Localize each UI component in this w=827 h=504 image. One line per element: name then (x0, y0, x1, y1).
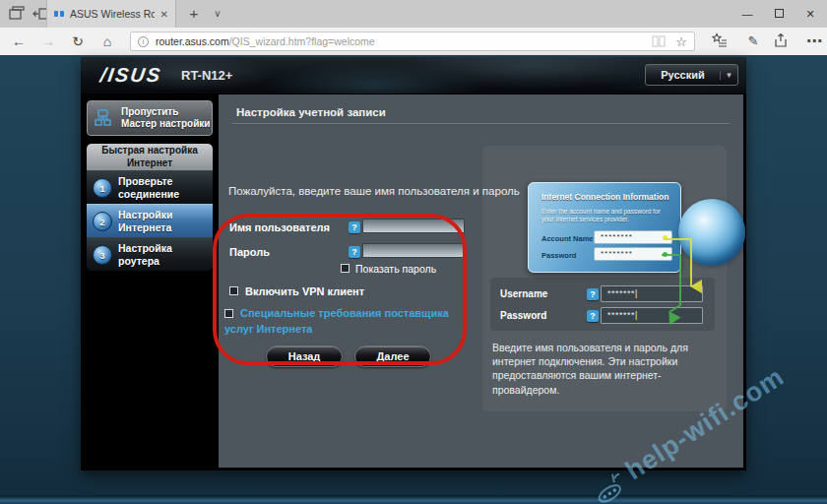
site-info-icon[interactable]: i (138, 36, 149, 47)
card-account-label: Account Name (541, 234, 594, 243)
sidebar-item-internet-settings[interactable]: 2 Настройки Интернета (87, 204, 213, 237)
card-account-field: ******** (594, 230, 672, 244)
router-header: /ISUS RT-N12+ Русский ▼ (81, 57, 746, 94)
url-domain: router.asus.com (156, 35, 229, 47)
panel-description: Введите имя пользователя и пароль для ин… (492, 341, 721, 397)
tab-close-icon[interactable]: ✕ (160, 9, 168, 20)
vpn-client-checkbox[interactable] (229, 286, 238, 295)
menu-title: Быстрая настройка Интернет (87, 144, 213, 170)
language-label: Русский (646, 69, 720, 81)
special-requirements-row: Специальные требования поставщика услуг … (224, 306, 473, 338)
show-password-checkbox[interactable] (341, 264, 350, 273)
sidebar: Пропустить Мастер настройки Быстрая наст… (81, 94, 219, 471)
network-icon (94, 108, 115, 128)
new-tab-button[interactable]: + (183, 2, 205, 26)
page-background: /ISUS RT-N12+ Русский ▼ Пропустить Масте… (0, 55, 827, 504)
special-requirements-label[interactable]: Специальные требования поставщика услуг … (224, 307, 449, 335)
window-close-button[interactable]: ✕ (795, 0, 825, 28)
web-note-pen-icon[interactable]: ✎ (741, 32, 765, 51)
back-button[interactable]: ← (8, 32, 30, 51)
special-requirements-checkbox[interactable] (224, 309, 233, 318)
next-step-button[interactable]: Далее (354, 346, 431, 367)
panel-username-field: *******| (601, 285, 703, 302)
yellow-marker-dot (663, 235, 668, 240)
username-help-icon[interactable]: ? (349, 221, 360, 233)
username-input[interactable] (362, 219, 465, 233)
share-icon[interactable] (772, 32, 795, 51)
step-1-icon: 1 (93, 178, 112, 198)
window-maximize-button[interactable] (764, 0, 794, 28)
tab-preview-icon[interactable] (8, 5, 26, 23)
router-model: RT-N12+ (181, 68, 232, 83)
quick-setup-menu: Быстрая настройка Интернет 1 Проверьте с… (87, 144, 213, 271)
step-2-icon: 2 (93, 212, 112, 231)
sidebar-item-router-setup[interactable]: 3 Настройка роутера (87, 237, 213, 271)
language-selector[interactable]: Русский ▼ (645, 64, 738, 86)
title-divider (232, 123, 730, 125)
isp-info-card: Internet Connection Information Enter th… (528, 182, 681, 273)
card-subtitle: Enter the account name and password for … (541, 208, 666, 224)
password-input[interactable] (362, 243, 465, 258)
intro-text: Пожалуйста, введите ваше имя пользовател… (228, 185, 520, 197)
panel-password-field: *******| (601, 307, 703, 324)
address-bar[interactable]: i router.asus.com /QIS_wizard.htm?flag=w… (130, 32, 695, 51)
green-marker-dot (663, 252, 668, 257)
refresh-button[interactable]: ↻ (67, 32, 89, 51)
browser-titlebar: ASUS Wireless Router R ✕ + ∨ — ✕ (0, 0, 827, 28)
back-step-button[interactable]: Назад (266, 346, 343, 367)
forward-button[interactable]: → (37, 32, 59, 51)
favorite-star-icon[interactable]: ☆ (675, 34, 687, 49)
hub-favorites-icon[interactable] (711, 32, 734, 51)
card-password-field: ******** (594, 247, 672, 261)
bottom-edge-strip (0, 495, 827, 504)
page-title: Настройка учетной записи (236, 106, 386, 118)
globe-icon (678, 199, 745, 266)
tab-list-chevron-icon[interactable]: ∨ (209, 2, 226, 26)
browser-tab[interactable]: ASUS Wireless Router R ✕ (46, 0, 176, 28)
browser-toolbar: ← → ↻ ⌂ i router.asus.com /QIS_wizard.ht… (0, 28, 827, 55)
settings-more-icon[interactable]: ⋯ (802, 32, 826, 51)
skip-wizard-line2: Мастер настройки (121, 118, 211, 129)
window-minimize-button[interactable]: — (732, 0, 762, 28)
instruction-panel: Internet Connection Information Enter th… (482, 146, 727, 411)
panel-password-help-icon[interactable]: ? (587, 310, 599, 322)
url-path: /QIS_wizard.htm?flag=welcome (229, 35, 375, 47)
main-content: Настройка учетной записи Пожалуйста, вве… (219, 94, 743, 468)
card-title: Internet Connection Information (541, 192, 671, 202)
home-button[interactable]: ⌂ (96, 32, 118, 51)
router-setup-panel: /ISUS RT-N12+ Русский ▼ Пропустить Масте… (81, 57, 746, 471)
asus-logo: /ISUS (98, 64, 162, 87)
skip-wizard-button[interactable]: Пропустить Мастер настройки (87, 100, 213, 136)
password-label: Пароль (229, 246, 270, 258)
reading-view-icon[interactable] (652, 35, 666, 47)
username-label: Имя пользователя (229, 221, 330, 233)
vpn-client-label: Включить VPN клиент (245, 285, 364, 297)
chevron-down-icon: ▼ (720, 71, 737, 80)
tab-favicon-icon (54, 11, 64, 18)
panel-password-label: Password (500, 310, 546, 321)
tab-title: ASUS Wireless Router R (70, 8, 155, 20)
sidebar-item-check-connection[interactable]: 1 Проверьте соединение (87, 170, 213, 204)
password-help-icon[interactable]: ? (349, 246, 360, 258)
panel-username-label: Username (500, 288, 547, 299)
card-password-label: Password (541, 251, 576, 260)
skip-wizard-line1: Пропустить (121, 106, 178, 117)
step-3-icon: 3 (93, 245, 112, 265)
panel-username-help-icon[interactable]: ? (587, 288, 599, 300)
show-password-label: Показать пароль (355, 263, 436, 275)
